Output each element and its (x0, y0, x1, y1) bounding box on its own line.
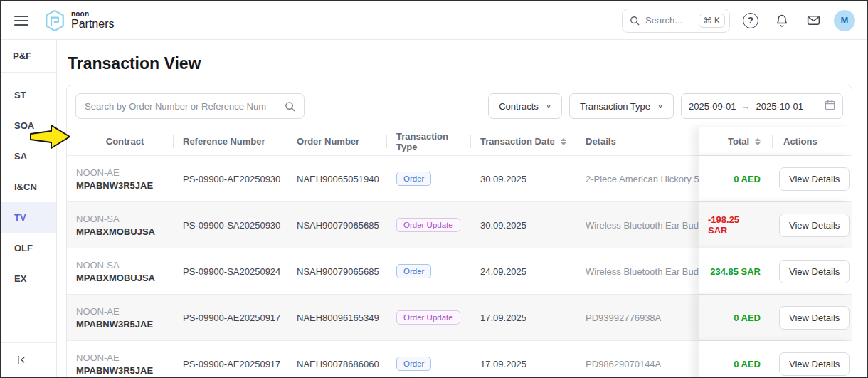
contracts-filter-dropdown[interactable]: Contracts ∨ (488, 93, 562, 119)
logo-text-partners: Partners (71, 19, 114, 30)
column-header-details[interactable]: Details (576, 127, 699, 155)
transaction-type-badge: Order (396, 357, 431, 371)
transaction-date-cell: 30.09.2025 (471, 202, 576, 248)
transaction-type-badge: Order Update (396, 218, 460, 232)
column-header-reference-number[interactable]: Reference Number (174, 127, 287, 155)
pinned-cells-section: 0 AED View Details (699, 156, 852, 201)
date-range-picker[interactable]: 2025-09-01 → 2025-10-01 (681, 93, 843, 119)
view-details-button[interactable]: View Details (779, 352, 850, 376)
sort-icon[interactable] (755, 138, 761, 145)
hamburger-menu-icon[interactable] (14, 16, 28, 26)
transaction-type-cell: Order Update (387, 202, 471, 248)
view-details-button[interactable]: View Details (779, 306, 850, 330)
actions-cell: View Details (772, 248, 852, 294)
contract-cell: NOON-AE MPABNW3R5JAE (67, 341, 174, 378)
sidebar-item-st[interactable]: ST (1, 80, 56, 110)
contract-id: MPABNW3R5JAE (76, 365, 153, 376)
column-header-transaction-date[interactable]: Transaction Date (471, 127, 576, 155)
order-search-button[interactable] (275, 93, 305, 119)
total-cell: 0 AED (699, 341, 772, 378)
actions-cell: View Details (772, 202, 852, 248)
user-avatar[interactable]: M (834, 10, 855, 31)
search-icon (630, 16, 640, 26)
contract-cell: NOON-AE MPABNW3R5JAE (67, 295, 174, 340)
sidebar-item-sa[interactable]: SA (1, 141, 56, 172)
pinned-cells-section: 234.85 SAR View Details (699, 248, 852, 294)
sidebar-item-soa[interactable]: SOA (1, 110, 56, 141)
column-header-total[interactable]: Total (699, 127, 772, 155)
actions-cell: View Details (772, 156, 852, 201)
total-cell: -198.25 SAR (699, 202, 772, 248)
contract-region: NOON-AE (76, 306, 120, 317)
sidebar-item-olf[interactable]: OLF (1, 233, 56, 263)
transaction-date-cell: 17.09.2025 (471, 295, 576, 340)
reference-number-cell: PS-09900-AE20250930 (174, 156, 287, 201)
table-body: NOON-AE MPABNW3R5JAE PS-09900-AE20250930… (67, 155, 852, 378)
noon-logo-icon (44, 9, 65, 32)
global-search-input[interactable]: Search... ⌘ K (622, 9, 730, 33)
transactions-card: Contracts ∨ Transaction Type ∨ 2025-09-0… (66, 85, 852, 378)
view-details-button[interactable]: View Details (779, 167, 850, 191)
messages-button[interactable] (803, 10, 824, 31)
transaction-date-cell: 30.09.2025 (471, 156, 576, 201)
main-content: Transaction View Contracts ∨ (57, 40, 867, 377)
transaction-type-badge: Order (396, 172, 431, 186)
pinned-cells-section: 0 AED View Details (699, 341, 852, 378)
date-to-value: 2025-10-01 (756, 101, 804, 112)
column-header-transaction-type[interactable]: Transaction Type (387, 127, 471, 155)
chevron-down-icon: ∨ (657, 103, 663, 110)
order-search-input[interactable] (75, 93, 275, 119)
contract-region: NOON-AE (76, 352, 120, 363)
contract-id: MPABXMOBUJSA (76, 226, 155, 237)
date-range-arrow-icon: → (742, 101, 751, 111)
bell-icon (775, 14, 789, 28)
reference-number-cell: PS-09900-SA20250930 (174, 202, 287, 248)
filter-bar: Contracts ∨ Transaction Type ∨ 2025-09-0… (67, 85, 852, 127)
sidebar-item-icn[interactable]: I&CN (1, 172, 56, 202)
contract-region: NOON-AE (76, 167, 120, 178)
pinned-cells-section: -198.25 SAR View Details (699, 202, 852, 248)
noon-partners-logo[interactable]: noon Partners (44, 9, 114, 32)
transaction-type-cell: Order (387, 156, 471, 201)
transaction-date-cell: 17.09.2025 (471, 341, 576, 378)
order-number-cell: NAEH90078686060 (287, 341, 387, 378)
total-header-label: Total (728, 136, 749, 147)
column-header-order-number[interactable]: Order Number (287, 127, 387, 155)
column-header-actions[interactable]: Actions (772, 127, 852, 155)
total-cell: 0 AED (699, 295, 772, 340)
table-row: NOON-AE MPABNW3R5JAE PS-09900-AE20250917… (67, 340, 852, 378)
table-row: NOON-SA MPABXMOBUJSA PS-09900-SA20250930… (67, 201, 852, 248)
sidebar-collapse-button[interactable] (1, 342, 56, 377)
table-row: NOON-AE MPABNW3R5JAE PS-09900-AE20250930… (67, 155, 852, 201)
sort-icon[interactable] (561, 138, 566, 145)
view-details-button[interactable]: View Details (779, 214, 850, 237)
order-number-cell: NAEH80096165349 (287, 295, 387, 340)
contracts-filter-label: Contracts (499, 101, 539, 112)
order-number-cell: NSAH90079065685 (287, 202, 387, 248)
envelope-icon (806, 13, 821, 28)
contract-cell: NOON-SA MPABXMOBUJSA (67, 248, 174, 294)
transaction-type-cell: Order (387, 341, 471, 378)
view-details-button[interactable]: View Details (779, 260, 850, 283)
actions-cell: View Details (772, 341, 852, 378)
help-icon: ? (743, 13, 758, 28)
total-cell: 0 AED (699, 156, 772, 201)
contract-id: MPABNW3R5JAE (76, 180, 153, 191)
details-cell: Wireless Bluetooth Ear Buds White (576, 202, 699, 248)
help-button[interactable]: ? (740, 10, 761, 31)
global-search-placeholder: Search... (645, 15, 693, 26)
sidebar-item-ex[interactable]: EX (1, 263, 56, 294)
transaction-type-filter-dropdown[interactable]: Transaction Type ∨ (569, 93, 674, 119)
logo-text-noon: noon (71, 11, 114, 18)
top-bar: noon Partners Search... ⌘ K ? M (1, 1, 867, 40)
sidebar-item-tv[interactable]: TV (1, 202, 56, 233)
transaction-date-cell: 24.09.2025 (471, 248, 576, 294)
notifications-button[interactable] (771, 10, 793, 31)
reference-number-cell: PS-09900-AE20250917 (174, 295, 287, 340)
table-row: NOON-AE MPABNW3R5JAE PS-09900-AE20250917… (67, 294, 852, 340)
column-header-contract[interactable]: Contract (67, 127, 174, 155)
sidebar-item-pf[interactable]: P&F (1, 40, 56, 73)
transaction-type-filter-label: Transaction Type (580, 101, 650, 112)
order-number-cell: NSAH90079065685 (287, 248, 387, 294)
contract-cell: NOON-SA MPABXMOBUJSA (67, 202, 174, 248)
